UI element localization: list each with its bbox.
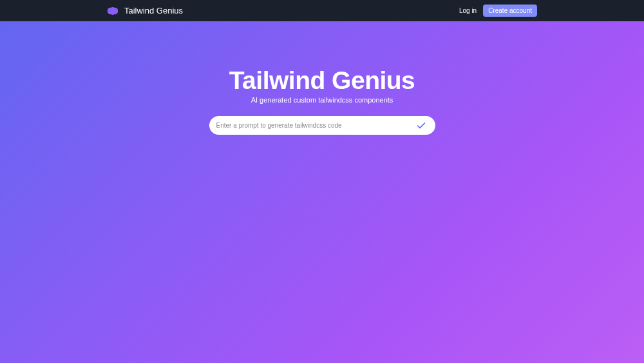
login-link[interactable]: Log in [459,7,477,14]
submit-checkmark-icon[interactable] [416,121,426,131]
svg-point-3 [110,10,115,15]
hero-subtitle: AI generated custom tailwindcss componen… [251,96,393,104]
hero-section: Tailwind Genius AI generated custom tail… [0,21,644,363]
create-account-button[interactable]: Create account [483,5,537,17]
prompt-container [209,116,435,135]
brain-logo-icon [107,7,118,15]
brand-name: Tailwind Genius [124,6,183,15]
hero-title: Tailwind Genius [229,66,415,95]
navbar: Tailwind Genius Log in Create account [0,0,644,21]
navbar-right: Log in Create account [459,5,537,17]
prompt-input[interactable] [216,122,416,129]
navbar-left: Tailwind Genius [107,6,183,15]
